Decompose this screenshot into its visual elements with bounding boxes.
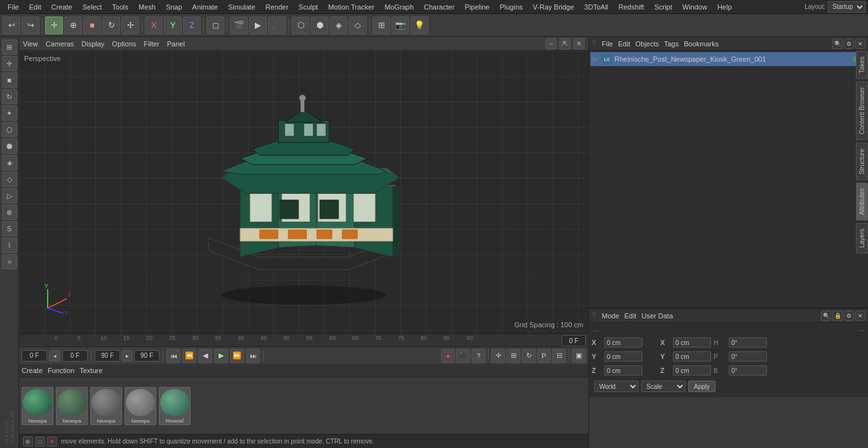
goto-end-button[interactable]: ⏭ — [246, 349, 260, 363]
vp-menu-display[interactable]: Display — [81, 40, 104, 48]
vp-close-button[interactable]: ✕ — [573, 38, 585, 50]
poly-mode-button[interactable]: ◈ — [330, 17, 348, 34]
vp-menu-panel[interactable]: Panel — [167, 40, 185, 48]
om-menu-tags[interactable]: Tags — [664, 40, 679, 48]
menu-3dtoall[interactable]: 3DToAll — [579, 2, 613, 12]
scale-dropdown[interactable]: Scale — [641, 381, 686, 392]
menu-render[interactable]: Render — [261, 2, 294, 12]
om-close-button[interactable]: ✕ — [855, 39, 865, 49]
transform-tool-button[interactable]: ✢ — [121, 17, 139, 34]
vp-maximize-button[interactable]: ⇱ — [559, 38, 571, 50]
mat-menu-function[interactable]: Function — [48, 367, 74, 374]
menu-motion-tracker[interactable]: Motion Tracker — [323, 2, 379, 12]
step-forward-button[interactable]: ⏩ — [230, 349, 244, 363]
render-active-view-button[interactable]: 🎥 — [268, 17, 286, 34]
menu-script[interactable]: Script — [649, 2, 677, 12]
om-menu-objects[interactable]: Objects — [635, 40, 659, 48]
vp-menu-options[interactable]: Options — [112, 40, 136, 48]
status-icon-1[interactable]: ⊕ — [23, 437, 33, 447]
menu-animate[interactable]: Animate — [187, 2, 223, 12]
object-mode-button[interactable]: ◻ — [207, 17, 224, 34]
param-key-button[interactable]: P — [537, 349, 551, 363]
uv-mode-button[interactable]: ◇ — [349, 17, 367, 34]
om-menu-file[interactable]: File — [602, 40, 613, 48]
tab-content-browser[interactable]: Content Browser — [856, 81, 868, 140]
end-frame-input[interactable] — [134, 350, 159, 362]
lp-btn-4[interactable]: ↻ — [2, 89, 17, 104]
am-lock-button[interactable]: 🔒 — [832, 311, 843, 321]
point-mode-button[interactable]: ⬡ — [292, 17, 309, 34]
object-row-kiosk[interactable]: ▷ L0 Rheinische_Post_Newspaper_Kiosk_Gre… — [590, 52, 867, 66]
coord-z-pos-input[interactable] — [604, 365, 642, 376]
mat-thumb-2[interactable]: Newspa — [56, 387, 88, 425]
vp-expand-button[interactable]: ↔ — [545, 38, 557, 50]
apply-button[interactable]: Apply — [688, 381, 715, 392]
menu-edit[interactable]: Edit — [24, 2, 46, 12]
menu-character[interactable]: Character — [419, 2, 459, 12]
keyframe-button[interactable]: ? — [471, 349, 485, 363]
vp-menu-view[interactable]: View — [23, 40, 38, 48]
scale-key-button[interactable]: ⊞ — [506, 349, 520, 363]
am-search-button[interactable]: 🔍 — [821, 311, 831, 321]
render-preview-button[interactable]: ▣ — [572, 349, 586, 363]
lp-btn-9[interactable]: ◇ — [2, 172, 17, 187]
menu-mesh[interactable]: Mesh — [133, 2, 161, 12]
coord-z-rot-input[interactable] — [673, 365, 711, 376]
mat-thumb-3[interactable]: Newspa — [90, 387, 122, 425]
lp-btn-14[interactable]: ⌗ — [2, 254, 17, 269]
preview-end-input[interactable] — [95, 350, 120, 362]
om-search-button[interactable]: 🔍 — [832, 39, 843, 49]
camera-button[interactable]: 📷 — [391, 17, 409, 34]
frame-back-button[interactable]: ◂ — [49, 350, 60, 362]
lp-btn-7[interactable]: ⬢ — [2, 139, 17, 154]
lp-btn-10[interactable]: ▷ — [2, 188, 17, 203]
coord-y-pos-input[interactable] — [604, 351, 642, 362]
lp-btn-11[interactable]: ⊕ — [2, 205, 17, 220]
rotate-key-button[interactable]: ↻ — [522, 349, 536, 363]
vp-menu-filter[interactable]: Filter — [144, 40, 159, 48]
mat-thumb-4[interactable]: Newspa — [125, 387, 156, 425]
coord-x-rot-input[interactable] — [673, 337, 711, 348]
menu-create[interactable]: Create — [46, 2, 78, 12]
menu-tools[interactable]: Tools — [107, 2, 133, 12]
status-icon-3[interactable]: ✕ — [47, 437, 57, 447]
mat-menu-create[interactable]: Create — [22, 367, 43, 374]
menu-file[interactable]: File — [3, 2, 24, 12]
select-tool-button[interactable]: ✛ — [45, 17, 63, 34]
lp-btn-12[interactable]: S — [2, 221, 17, 236]
current-frame-input[interactable] — [22, 350, 47, 362]
move-key-button[interactable]: ✛ — [491, 349, 505, 363]
layout-dropdown[interactable]: Startup — [828, 1, 865, 13]
start-frame-input[interactable] — [62, 350, 88, 362]
record-button[interactable]: ● — [441, 349, 455, 363]
tab-structure[interactable]: Structure — [856, 143, 868, 180]
lp-btn-1[interactable]: ⊞ — [2, 39, 17, 55]
grid-key-button[interactable]: ⊟ — [552, 349, 566, 363]
menu-window[interactable]: Window — [677, 2, 712, 12]
goto-start-button[interactable]: ⏮ — [166, 349, 180, 363]
am-settings-button[interactable]: ⚙ — [844, 311, 854, 321]
world-dropdown[interactable]: World — [594, 381, 639, 392]
om-menu-edit[interactable]: Edit — [618, 40, 630, 48]
menu-help[interactable]: Help — [712, 2, 737, 12]
undo-button[interactable]: ↩ — [3, 17, 20, 34]
scale-tool-button[interactable]: ■ — [83, 17, 101, 34]
mat-thumb-1[interactable]: Newspa — [22, 387, 53, 425]
frame-input[interactable] — [562, 335, 586, 346]
am-close-button[interactable]: ✕ — [855, 311, 865, 321]
frame-fwd-button[interactable]: ▸ — [121, 350, 133, 362]
z-axis-button[interactable]: Z — [183, 17, 201, 34]
light-button[interactable]: 💡 — [410, 17, 428, 34]
menu-redshift[interactable]: Redshift — [613, 2, 649, 12]
coord-b-input[interactable] — [729, 365, 767, 376]
step-back-button[interactable]: ⏪ — [182, 349, 196, 363]
am-menu-userdata[interactable]: User Data — [642, 312, 674, 320]
tab-layers[interactable]: Layers — [856, 223, 868, 254]
om-settings-button[interactable]: ⚙ — [844, 39, 854, 49]
coord-p-input[interactable] — [729, 351, 767, 362]
tab-takes[interactable]: Takes — [856, 51, 868, 79]
play-button[interactable]: ▶ — [214, 349, 228, 363]
tab-attributes[interactable]: Attributes — [856, 182, 868, 221]
rotate-tool-button[interactable]: ↻ — [102, 17, 120, 34]
mat-thumb-5[interactable]: Rheinisǃ — [159, 387, 191, 425]
